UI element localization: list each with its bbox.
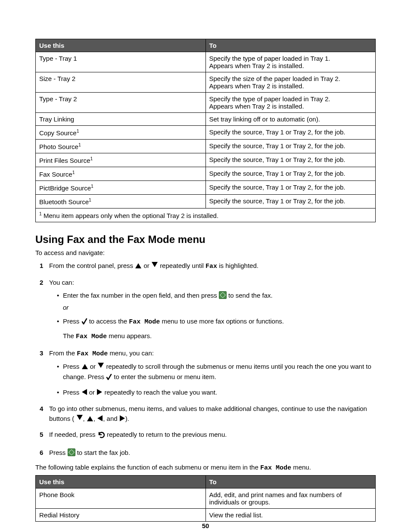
item-text: repeatedly to reach the value you want. [104, 389, 217, 396]
cell-to: Specify the source, Tray 1 or Tray 2, fo… [206, 140, 376, 153]
col-header-use-this: Use this [36, 39, 206, 52]
item-text: to access the [89, 317, 129, 325]
step-text: to start the fax job. [77, 449, 130, 456]
table-footnote-row: 1 Menu item appears only when the option… [36, 208, 376, 222]
step-number: 1 [40, 261, 43, 271]
arrow-right-icon [120, 415, 125, 421]
text: The following table explains the functio… [35, 464, 260, 471]
step-number: 2 [40, 277, 43, 287]
col-header-to: To [206, 39, 376, 52]
cell-to: Add, edit, and print names and fax numbe… [206, 488, 376, 508]
text: menu. [293, 464, 311, 471]
arrow-left-icon [82, 389, 87, 395]
step-text: menu, you can: [109, 349, 154, 357]
cell-use: Bluetooth Source1 [36, 195, 206, 208]
fax-mode-table: Use this To Phone Book Add, edit, and pr… [35, 475, 376, 522]
ordered-steps: 1 From the control panel, press or repea… [40, 261, 376, 457]
list-item: Press or repeatedly to scroll through th… [57, 361, 376, 384]
mono-text: Fax Mode [129, 318, 160, 326]
list-item: Enter the fax number in the open field, … [57, 290, 376, 313]
start-button-icon [219, 291, 227, 299]
step-2-sublist: Enter the fax number in the open field, … [57, 290, 376, 342]
step-text: is highlighted. [219, 262, 258, 269]
cell-use: Type - Tray 2 [36, 93, 206, 113]
start-button-icon [68, 448, 75, 456]
or-text: or [63, 302, 376, 313]
table-row: PictBridge Source1 Specify the source, T… [36, 181, 376, 195]
tray-settings-table: Use this To Type - Tray 1 Specify the ty… [35, 39, 376, 222]
closing-paragraph: The following table explains the functio… [35, 464, 376, 472]
step-text: , and [103, 415, 119, 422]
check-icon [106, 373, 112, 384]
cell-use: Fax Source1 [36, 167, 206, 181]
cell-use: Size - Tray 2 [36, 72, 206, 93]
step-number: 5 [40, 429, 43, 439]
arrow-up-icon [135, 263, 141, 268]
cell-use: Print Files Source1 [36, 153, 206, 167]
step-text: From the control panel, press [49, 262, 135, 269]
step-number: 4 [40, 404, 43, 414]
cell-to: Set tray linking off or to automatic (on… [206, 113, 376, 126]
step-text: You can: [49, 279, 74, 286]
item-text: or [90, 363, 98, 370]
item-text: The [63, 332, 76, 339]
cell-to: View the redial list. [206, 508, 376, 521]
step-text: , [83, 415, 87, 422]
item-text: to send the fax. [228, 292, 273, 299]
col-header-use-this: Use this [36, 475, 206, 488]
step-text: From the [49, 349, 77, 357]
step-5: 5 If needed, press repeatedly to return … [40, 429, 376, 441]
arrow-right-icon [97, 389, 102, 395]
step-3-sublist: Press or repeatedly to scroll through th… [57, 361, 376, 398]
item-text: Press [63, 389, 81, 396]
step-4: 4 To go into other submenus, menu items,… [40, 404, 376, 424]
list-item: Press or repeatedly to reach the value y… [57, 387, 376, 398]
item-text: to enter the submenu or menu item. [114, 373, 216, 380]
cell-to: Specify the source, Tray 1 or Tray 2, fo… [206, 181, 376, 195]
cell-use: Type - Tray 1 [36, 52, 206, 72]
table-row: Type - Tray 2 Specify the type of paper … [36, 93, 376, 113]
table-row: Bluetooth Source1 Specify the source, Tr… [36, 195, 376, 208]
mono-text: Fax [206, 263, 217, 270]
table-row: Print Files Source1 Specify the source, … [36, 153, 376, 167]
step-text: or [143, 262, 151, 269]
step-1: 1 From the control panel, press or repea… [40, 261, 376, 271]
cell-use: Phone Book [36, 488, 206, 508]
mono-text: Fax Mode [260, 464, 291, 472]
step-text: , [93, 415, 97, 422]
step-text: repeatedly until [160, 262, 206, 269]
arrow-up-icon [87, 416, 93, 421]
cell-use: Tray Linking [36, 113, 206, 126]
item-text: Enter the fax number in the open field, … [63, 292, 219, 299]
lead-paragraph: To access and navigate: [35, 249, 376, 256]
item-text: Press [63, 363, 81, 370]
arrow-down-icon [98, 363, 104, 368]
cell-use: Photo Source1 [36, 140, 206, 153]
cell-to: Specify the source, Tray 1 or Tray 2, fo… [206, 167, 376, 181]
step-2: 2 You can: Enter the fax number in the o… [40, 277, 376, 342]
table-row: Photo Source1 Specify the source, Tray 1… [36, 140, 376, 153]
cell-to: Specify the type of paper loaded in Tray… [206, 93, 376, 113]
list-item: Press to access the Fax Mode menu to use… [57, 316, 376, 342]
cell-to: Specify the source, Tray 1 or Tray 2, fo… [206, 153, 376, 167]
cell-to: Specify the source, Tray 1 or Tray 2, fo… [206, 126, 376, 140]
arrow-down-icon [152, 262, 158, 267]
step-text: If needed, press [49, 431, 97, 438]
cell-use: Copy Source1 [36, 126, 206, 140]
mono-text: Fax Mode [76, 333, 107, 340]
cell-use: PictBridge Source1 [36, 181, 206, 195]
step-text: Press [49, 449, 68, 456]
arrow-down-icon [77, 415, 83, 420]
item-text: or [89, 389, 97, 396]
step-3: 3 From the Fax Mode menu, you can: Press… [40, 348, 376, 398]
table-row: Copy Source1 Specify the source, Tray 1 … [36, 126, 376, 140]
table-row: Phone Book Add, edit, and print names an… [36, 488, 376, 508]
mono-text: Fax Mode [77, 350, 108, 358]
table-row: Fax Source1 Specify the source, Tray 1 o… [36, 167, 376, 181]
col-header-to: To [206, 475, 376, 488]
cell-use: Redial History [36, 508, 206, 521]
step-number: 3 [40, 348, 43, 358]
cell-to: Specify the type of paper loaded in Tray… [206, 52, 376, 72]
table-row: Type - Tray 1 Specify the type of paper … [36, 52, 376, 72]
table-row: Redial History View the redial list. [36, 508, 376, 521]
